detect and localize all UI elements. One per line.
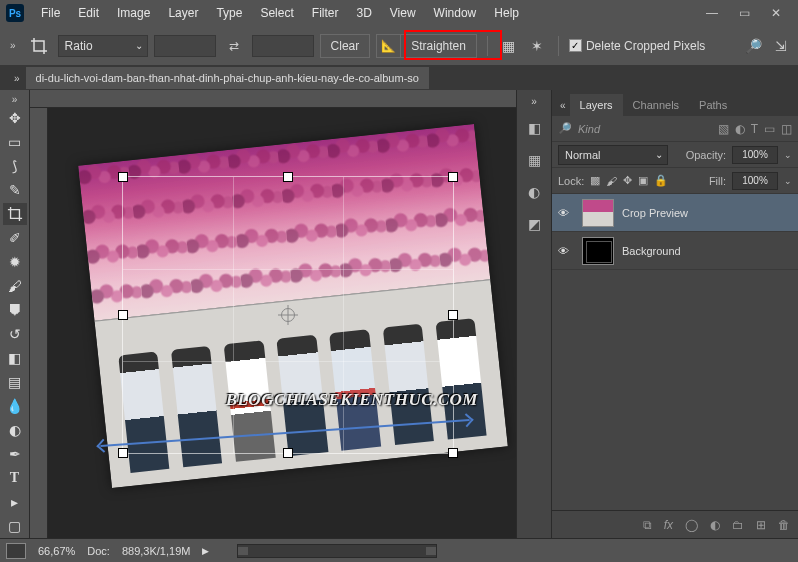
filter-pixel-icon[interactable]: ▧	[718, 122, 729, 136]
ruler-horizontal[interactable]	[30, 90, 516, 108]
lock-transparent-icon[interactable]: ▩	[590, 174, 600, 187]
clear-button[interactable]: Clear	[320, 34, 371, 58]
crop-tool-icon[interactable]	[26, 33, 52, 59]
crop-handle-n[interactable]	[283, 172, 293, 182]
filter-smart-icon[interactable]: ◫	[781, 122, 792, 136]
healing-brush-tool[interactable]: ✹	[3, 251, 27, 273]
horizontal-scrollbar[interactable]	[237, 544, 437, 558]
brush-tool[interactable]: 🖌	[3, 275, 27, 297]
foreground-background-swatch[interactable]	[6, 543, 26, 559]
delete-layer-icon[interactable]: 🗑	[778, 518, 790, 532]
tab-channels[interactable]: Channels	[623, 94, 689, 116]
menu-type[interactable]: Type	[207, 2, 251, 24]
crop-height-input[interactable]	[252, 35, 314, 57]
crop-handle-ne[interactable]	[448, 172, 458, 182]
menu-edit[interactable]: Edit	[69, 2, 108, 24]
quick-select-tool[interactable]: ✎	[3, 179, 27, 201]
clone-stamp-tool[interactable]: ⛊	[3, 299, 27, 321]
layer-crop-preview[interactable]: 👁 Crop Preview	[552, 194, 798, 232]
doc-info-value[interactable]: 889,3K/1,19M	[122, 545, 191, 557]
history-brush-tool[interactable]: ↺	[3, 323, 27, 345]
menu-file[interactable]: File	[32, 2, 69, 24]
straighten-button[interactable]: Straighten	[401, 39, 476, 53]
layer-name[interactable]: Background	[622, 245, 681, 257]
layer-fx-icon[interactable]: fx	[664, 518, 673, 532]
layer-thumbnail[interactable]	[582, 237, 614, 265]
menu-filter[interactable]: Filter	[303, 2, 348, 24]
crop-ratio-select[interactable]: Ratio	[58, 35, 148, 57]
lock-position-icon[interactable]: ✥	[623, 174, 632, 187]
delete-cropped-checkbox[interactable]: ✓	[569, 39, 582, 52]
crop-width-input[interactable]	[154, 35, 216, 57]
grid-overlay-button[interactable]: ▦	[498, 35, 520, 57]
menu-view[interactable]: View	[381, 2, 425, 24]
zoom-level[interactable]: 66,67%	[38, 545, 75, 557]
lock-image-icon[interactable]: 🖌	[606, 175, 617, 187]
color-panel-icon[interactable]: ◧	[523, 117, 545, 139]
new-layer-icon[interactable]: ⊞	[756, 518, 766, 532]
crop-handle-e[interactable]	[448, 310, 458, 320]
lasso-tool[interactable]: ⟆	[3, 155, 27, 177]
crop-handle-nw[interactable]	[118, 172, 128, 182]
opacity-input[interactable]: 100%	[732, 146, 778, 164]
straighten-icon[interactable]: 📐	[377, 35, 401, 57]
opacity-dropdown-icon[interactable]: ⌄	[784, 150, 792, 160]
crop-bounding-box[interactable]	[122, 176, 454, 454]
layer-visibility-icon[interactable]: 👁	[558, 245, 574, 257]
pen-tool[interactable]: ✒	[3, 443, 27, 465]
type-tool[interactable]: T	[3, 467, 27, 489]
layer-thumbnail[interactable]	[582, 199, 614, 227]
search-icon[interactable]: 🔎	[742, 35, 764, 57]
move-tool[interactable]: ✥	[3, 107, 27, 129]
gradient-tool[interactable]: ▤	[3, 371, 27, 393]
filter-type-icon[interactable]: T	[751, 122, 758, 136]
layer-visibility-icon[interactable]: 👁	[558, 207, 574, 219]
filter-kind-select[interactable]: Kind	[578, 123, 626, 135]
rectangle-tool[interactable]: ▢	[3, 515, 27, 537]
path-select-tool[interactable]: ▸	[3, 491, 27, 513]
adjustment-layer-icon[interactable]: ◐	[710, 518, 720, 532]
eyedropper-tool[interactable]: ✐	[3, 227, 27, 249]
lock-all-icon[interactable]: 🔒	[654, 174, 668, 187]
tab-layers[interactable]: Layers	[570, 94, 623, 116]
menu-3d[interactable]: 3D	[347, 2, 380, 24]
menu-select[interactable]: Select	[251, 2, 302, 24]
close-button[interactable]: ✕	[760, 3, 792, 23]
panel-expand-arrow[interactable]: »	[527, 96, 541, 107]
filter-shape-icon[interactable]: ▭	[764, 122, 775, 136]
filter-adjust-icon[interactable]: ◐	[735, 122, 745, 136]
eraser-tool[interactable]: ◧	[3, 347, 27, 369]
crop-handle-w[interactable]	[118, 310, 128, 320]
layer-name[interactable]: Crop Preview	[622, 207, 688, 219]
dodge-tool[interactable]: ◐	[3, 419, 27, 441]
swap-dimensions-button[interactable]: ⇄	[222, 35, 246, 57]
menu-help[interactable]: Help	[485, 2, 528, 24]
styles-panel-icon[interactable]: ◩	[523, 213, 545, 235]
crop-handle-se[interactable]	[448, 448, 458, 458]
fill-dropdown-icon[interactable]: ⌄	[784, 176, 792, 186]
layer-background[interactable]: 👁 Background	[552, 232, 798, 270]
document-tab[interactable]: di-du-lich-voi-dam-ban-than-nhat-dinh-ph…	[26, 67, 429, 89]
link-layers-icon[interactable]: ⧉	[643, 518, 652, 532]
marquee-tool[interactable]: ▭	[3, 131, 27, 153]
maximize-button[interactable]: ▭	[728, 3, 760, 23]
menu-image[interactable]: Image	[108, 2, 159, 24]
lock-artboard-icon[interactable]: ▣	[638, 174, 648, 187]
crop-handle-sw[interactable]	[118, 448, 128, 458]
minimize-button[interactable]: —	[696, 3, 728, 23]
crop-settings-button[interactable]: ✶	[526, 35, 548, 57]
blur-tool[interactable]: 💧	[3, 395, 27, 417]
adjustments-panel-icon[interactable]: ◐	[523, 181, 545, 203]
ruler-vertical[interactable]	[30, 108, 48, 538]
layer-mask-icon[interactable]: ◯	[685, 518, 698, 532]
toolbar-expand-arrow[interactable]: »	[8, 94, 22, 105]
menu-window[interactable]: Window	[425, 2, 486, 24]
crop-handle-s[interactable]	[283, 448, 293, 458]
fill-input[interactable]: 100%	[732, 172, 778, 190]
expand-workspace-arrow[interactable]: »	[6, 40, 20, 51]
panel-collapse-arrow[interactable]: «	[556, 95, 570, 116]
crop-tool[interactable]	[3, 203, 27, 225]
canvas[interactable]: BLOGCHIASEKIENTHUC.COM	[30, 90, 516, 538]
doc-info-arrow-icon[interactable]: ▶	[202, 546, 209, 556]
tab-scroll-arrow[interactable]: »	[8, 73, 26, 84]
